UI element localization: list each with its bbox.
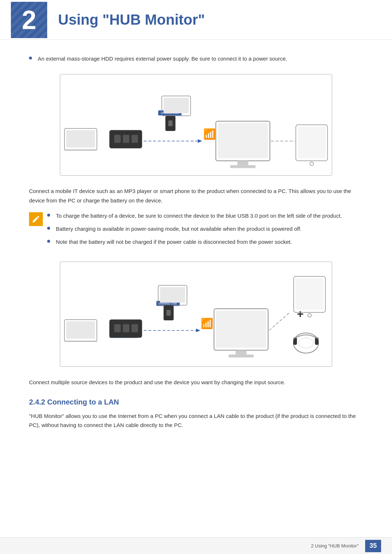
svg-rect-1 <box>66 130 95 148</box>
svg-text:📶: 📶 <box>201 317 213 329</box>
svg-rect-51 <box>295 278 323 310</box>
diagram-2: USB 3.0 CABLE Wireless USB 📶 <box>60 262 332 367</box>
svg-rect-45 <box>216 311 266 348</box>
svg-rect-47 <box>228 354 254 357</box>
svg-rect-7 <box>123 135 129 143</box>
paragraph-2: Connect multiple source devices to the p… <box>29 378 363 387</box>
info-bullets: To charge the battery of a device, be su… <box>47 212 363 251</box>
info-bullet-text-1: To charge the battery of a device, be su… <box>56 212 342 220</box>
diagram-1: USB 3.0 CABLE Wireless USB 📶 <box>60 74 332 176</box>
paragraph-3: "HUB Monitor" allows you to use the Inte… <box>29 411 363 430</box>
info-row: To charge the battery of a device, be su… <box>29 212 363 251</box>
info-bullet-text-3: Note that the battery will not be charge… <box>56 238 292 246</box>
info-bullet-dot-2 <box>47 227 50 230</box>
bullet-dot-1 <box>29 57 32 59</box>
svg-rect-33 <box>123 324 129 332</box>
info-bullet-1: To charge the battery of a device, be su… <box>47 212 363 220</box>
info-icon <box>29 212 43 226</box>
section-heading-2-4-2: 2.4.2 Connecting to a LAN <box>29 398 363 406</box>
bullet-text-1: An external mass-storage HDD requires ex… <box>38 54 287 63</box>
paragraph-1: Connect a mobile IT device such as an MP… <box>29 186 363 205</box>
svg-point-53 <box>293 333 319 353</box>
footer-page-number: 35 <box>365 540 381 552</box>
svg-rect-40 <box>160 287 185 303</box>
svg-rect-27 <box>66 321 95 339</box>
svg-point-25 <box>310 162 314 165</box>
svg-marker-10 <box>198 139 202 143</box>
svg-point-52 <box>308 313 311 317</box>
svg-point-54 <box>299 338 313 348</box>
diagram-2-svg: USB 3.0 CABLE Wireless USB 📶 <box>60 262 332 366</box>
svg-line-48 <box>269 312 290 331</box>
chapter-number: 2 <box>22 5 36 35</box>
svg-rect-20 <box>237 161 248 165</box>
svg-rect-6 <box>114 135 121 143</box>
svg-rect-8 <box>131 135 138 143</box>
info-bullet-text-2: Battery charging is available in power-s… <box>56 225 302 233</box>
svg-marker-36 <box>196 329 200 332</box>
bullet-item-1: An external mass-storage HDD requires ex… <box>29 54 363 63</box>
page-header: 2 Using "HUB Monitor" <box>0 0 392 40</box>
svg-rect-16 <box>168 120 173 126</box>
info-bullet-dot-3 <box>47 240 50 243</box>
svg-text:📶: 📶 <box>203 128 216 140</box>
svg-rect-46 <box>236 350 246 354</box>
svg-rect-14 <box>164 98 189 114</box>
note-icon <box>32 215 40 223</box>
svg-rect-19 <box>218 123 268 158</box>
svg-rect-34 <box>131 324 138 332</box>
info-bullet-3: Note that the battery will not be charge… <box>47 238 363 246</box>
info-bullet-2: Battery charging is available in power-s… <box>47 225 363 233</box>
main-content: An external mass-storage HDD requires ex… <box>0 40 392 450</box>
svg-rect-24 <box>298 127 326 158</box>
chapter-title: Using "HUB Monitor" <box>58 12 205 28</box>
footer-chapter-label: 2 Using "HUB Monitor" <box>311 543 359 549</box>
svg-rect-21 <box>230 165 256 168</box>
svg-rect-32 <box>114 324 121 332</box>
info-bullet-dot-1 <box>47 214 50 217</box>
svg-rect-42 <box>167 310 171 316</box>
chapter-number-block: 2 <box>11 2 47 38</box>
diagram-1-svg: USB 3.0 CABLE Wireless USB 📶 <box>60 74 332 175</box>
page-footer: 2 Using "HUB Monitor" 35 <box>0 537 392 554</box>
